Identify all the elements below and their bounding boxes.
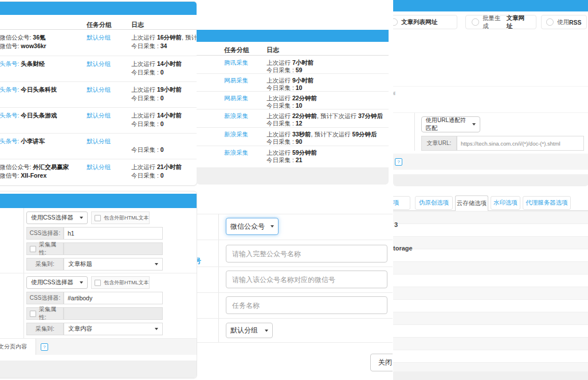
include-outer-html-option[interactable]: 包含外部HTML文本 xyxy=(91,276,150,289)
task-group-link[interactable]: 默认分组 xyxy=(87,34,111,42)
log-today-count: 今日采集 : 0 xyxy=(131,95,164,103)
wechat-id: 微信号: XII-Forex xyxy=(0,172,46,180)
collect-to-select[interactable]: 文章内容 xyxy=(64,323,163,335)
card-footer xyxy=(393,371,588,380)
tab-cloud-storage[interactable]: 云存储选项 xyxy=(455,195,488,211)
help-icon[interactable]: ? xyxy=(41,343,48,351)
task-group-link[interactable]: 网易采集 xyxy=(224,95,248,103)
option-label: 文章列表网址 xyxy=(401,18,437,26)
css-selector-input[interactable]: h1 xyxy=(64,227,163,240)
tab-label: 选项 xyxy=(393,199,399,207)
account-name-input[interactable] xyxy=(226,245,387,263)
checkbox-icon[interactable] xyxy=(30,246,36,252)
radio-icon[interactable] xyxy=(393,18,398,26)
selector-mode-select[interactable]: 使用CSS选择器 xyxy=(26,276,88,289)
radio-icon[interactable] xyxy=(472,18,479,26)
divider xyxy=(393,210,588,211)
log-last-run: 上次运行 14小时前 xyxy=(131,112,182,120)
log-last-run: 上次运行 59分钟前 xyxy=(266,149,317,157)
wechat-id-input[interactable] xyxy=(226,271,387,288)
selector-mode-select[interactable]: 使用CSS选择器 xyxy=(26,211,88,224)
account-name[interactable]: 头条号: 今日头条科技 xyxy=(0,86,57,94)
task-group-link[interactable]: 新浪采集 xyxy=(224,149,248,157)
log-last-run: 上次运行 33秒前, 预计下次运行 59分钟后 xyxy=(266,131,377,139)
log-today-count: 今日采集 : 90 xyxy=(266,138,302,146)
left-task-table-card: 任务分组 日志 微信公众号: 36氪 微信号: wow36kr 默认分组 上次运… xyxy=(0,1,197,186)
log-today-count: 今日采集 : 12 xyxy=(266,120,302,128)
card-header-bar xyxy=(197,30,389,42)
checkbox-icon[interactable] xyxy=(30,311,36,317)
css-selector-label: CSS选择器: xyxy=(26,227,64,240)
tab-watermark[interactable]: 水印选项 xyxy=(491,196,520,210)
account-name[interactable]: 头条号: 小李讲车 xyxy=(0,138,45,146)
divider xyxy=(0,56,197,56)
divider xyxy=(197,146,389,146)
clipped-text-fragment: torage xyxy=(393,245,413,252)
close-button-label: 关闭 xyxy=(378,358,392,367)
source-article-list-option[interactable]: 文章列表网址 xyxy=(393,15,457,29)
log-last-run: 上次运行 14小时前 xyxy=(131,60,182,68)
option-label-bold: RSS xyxy=(569,19,582,26)
collect-attr-input[interactable] xyxy=(64,242,163,255)
tab-proxy-server[interactable]: 代理服务器选项 xyxy=(523,196,571,210)
task-group-link[interactable]: 腾讯采集 xyxy=(224,59,248,67)
option-label: 使用 xyxy=(557,18,569,26)
divider xyxy=(393,86,588,87)
tab-clipped-option[interactable]: 选项 xyxy=(393,196,410,210)
task-name-input[interactable] xyxy=(226,296,387,314)
list-row xyxy=(393,312,588,325)
tab-label: 文分页内容 xyxy=(0,343,27,351)
collect-attr-option[interactable]: 采集属性: xyxy=(26,307,64,320)
collect-attr-option[interactable]: 采集属性: xyxy=(26,242,64,255)
collect-to-select[interactable]: 文章标题 xyxy=(64,258,163,271)
selector-mode-value: 使用CSS选择器 xyxy=(31,214,73,222)
collect-attr-label: 采集属性: xyxy=(39,241,63,257)
task-group-select[interactable]: 默认分组 xyxy=(226,323,273,338)
divider xyxy=(197,240,393,240)
log-last-run: 上次运行 7小时前 xyxy=(266,59,313,67)
chevron-down-icon xyxy=(155,328,158,330)
task-group-link[interactable]: 默认分组 xyxy=(87,112,111,120)
collect-to-value: 文章标题 xyxy=(68,260,92,268)
checkbox-icon[interactable] xyxy=(95,215,101,221)
help-icon[interactable]: ? xyxy=(395,158,402,166)
wechat-id: 微信号: wow36kr xyxy=(0,42,46,50)
list-row xyxy=(393,299,588,312)
task-group-link[interactable]: 新浪采集 xyxy=(224,112,248,120)
task-group-link[interactable]: 新浪采集 xyxy=(224,131,248,139)
task-group-link[interactable]: 默认分组 xyxy=(87,86,111,94)
task-group-link[interactable]: 默认分组 xyxy=(87,163,111,171)
article-url-input[interactable]: https://tech.sina.com.cn/i/(*)/doc-(*).s… xyxy=(457,136,584,151)
divider xyxy=(197,292,393,293)
divider xyxy=(197,73,389,74)
url-match-mode-select[interactable]: 使用URL通配符匹配 xyxy=(421,116,480,132)
list-row xyxy=(393,350,588,363)
chevron-down-icon xyxy=(271,225,274,228)
account-name[interactable]: 头条号: 今日头条游戏 xyxy=(0,112,57,120)
chevron-down-icon xyxy=(265,330,268,332)
option-label: 批量生成 xyxy=(483,14,507,30)
list-row xyxy=(393,337,588,350)
tab-pagination-content[interactable]: 文分页内容 xyxy=(0,339,36,355)
source-batch-generate-option[interactable]: 批量生成 文章网址 xyxy=(465,15,536,29)
checkbox-icon[interactable] xyxy=(95,280,101,286)
css-selector-input[interactable]: #artibody xyxy=(64,292,163,304)
log-last-run: 上次运行 9小时前 xyxy=(266,77,313,85)
task-group-link[interactable]: 默认分组 xyxy=(87,138,111,146)
source-rss-option[interactable]: 使用 RSS xyxy=(541,15,587,29)
list-row xyxy=(393,324,588,338)
include-outer-html-option[interactable]: 包含外部HTML文本 xyxy=(91,211,150,224)
divider xyxy=(197,214,393,214)
task-group-link[interactable]: 默认分组 xyxy=(87,60,111,68)
collect-attr-input[interactable] xyxy=(64,307,163,320)
task-group-link[interactable]: 网易采集 xyxy=(224,77,248,85)
radio-icon[interactable] xyxy=(546,18,554,26)
divider xyxy=(197,109,389,109)
log-today-count: 今日采集 : 34 xyxy=(131,42,167,50)
tab-pseudo-original[interactable]: 伪原创选项 xyxy=(415,196,453,210)
close-button[interactable]: 关闭 xyxy=(370,354,393,371)
account-name[interactable]: 头条号: 头条财经 xyxy=(0,60,45,68)
list-row xyxy=(393,224,588,237)
log-last-run: 上次运行 19小时前 xyxy=(131,86,182,94)
account-type-select[interactable]: 微信公众号 xyxy=(226,218,279,235)
